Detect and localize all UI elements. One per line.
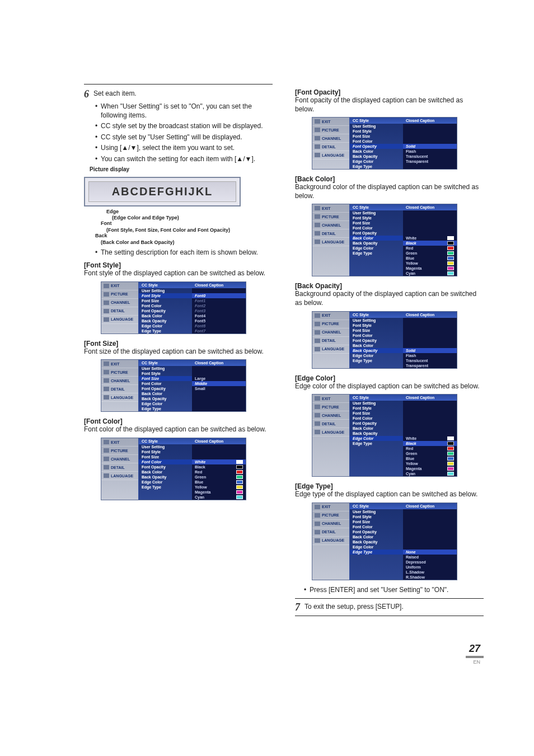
sidebar-item: DETAIL	[312, 528, 349, 537]
sidebar-icon	[104, 292, 109, 297]
sidebar-item: DETAIL	[101, 307, 138, 316]
section-title: [Back Opacity]	[295, 282, 484, 290]
sidebar-item: PICTURE	[312, 403, 349, 411]
sidebar-icon	[315, 214, 320, 219]
option-row: White	[403, 236, 457, 241]
option-row: Small	[192, 386, 246, 391]
color-swatch	[447, 447, 454, 450]
menu-row: Edge Color	[350, 246, 403, 251]
sidebar-icon	[315, 505, 320, 509]
press-enter-note: Press [ENTER] and set "User Setting" to …	[304, 586, 484, 594]
sidebar-icon	[315, 119, 320, 124]
color-swatch	[447, 246, 454, 250]
menu-row: Font Style	[139, 371, 192, 376]
option-row: Font2	[192, 303, 246, 308]
color-swatch	[236, 460, 243, 464]
sidebar-item: DETAIL	[101, 385, 138, 393]
menu-title: Closed Caption	[192, 360, 246, 366]
option-row: White	[192, 459, 246, 464]
sidebar-icon	[315, 330, 320, 335]
menu-row: Edge Type	[350, 358, 403, 363]
sidebar-icon	[104, 457, 109, 461]
menu-row: Font Style	[139, 293, 192, 298]
page-lang: EN	[0, 659, 480, 665]
bullet-item: CC style set by "User Setting" will be d…	[95, 133, 273, 142]
sidebar-icon	[315, 430, 320, 434]
sidebar-icon	[315, 405, 320, 409]
color-swatch	[447, 457, 454, 461]
sidebar-item: CHANNEL	[312, 328, 349, 337]
menu-row: Font Color	[139, 381, 192, 386]
sidebar-item: LANGUAGE	[312, 238, 349, 246]
bullet-item: Using [▲/▼], select the item you want to…	[95, 144, 273, 153]
menu-row: Font Opacity	[350, 144, 403, 149]
menu-row: Font Style	[350, 129, 403, 134]
section-title: [Font Color]	[84, 417, 273, 425]
option-row: Translucent	[403, 358, 457, 363]
menu-row: Font Size	[350, 519, 403, 524]
sidebar-icon	[315, 522, 320, 526]
option-row: Large	[192, 376, 246, 381]
step-text: To exit the setup, press [SETUP].	[305, 602, 404, 612]
page-footer: 27 EN	[0, 643, 534, 687]
color-swatch	[447, 467, 454, 471]
sidebar-icon	[315, 322, 320, 326]
color-swatch	[447, 452, 454, 456]
option-row: Magenta	[192, 490, 246, 495]
menu-row: User Setting	[139, 288, 192, 293]
sidebar-icon	[104, 309, 109, 313]
sidebar-item: EXIT	[312, 395, 349, 403]
menu-row: Back Opacity	[350, 241, 403, 246]
sidebar-item: PICTURE	[312, 213, 349, 221]
menu-header: CC Style	[350, 204, 403, 210]
menu-title: Closed Caption	[403, 312, 457, 318]
menu-row: Font Size	[139, 376, 192, 381]
sidebar-icon	[104, 448, 109, 453]
option-row: Transparent	[403, 159, 457, 164]
section-desc: Font style of the displayed caption can …	[84, 269, 273, 278]
menu-row: User Setting	[350, 210, 403, 215]
option-row: White	[403, 436, 457, 441]
color-swatch	[447, 271, 454, 275]
menu-row: Edge Type	[139, 406, 192, 411]
color-swatch	[447, 266, 454, 270]
option-row: Blue	[403, 256, 457, 261]
menu-row: Font Size	[350, 220, 403, 226]
section-desc: Font size of the displayed caption can b…	[84, 348, 273, 356]
sidebar-item: PICTURE	[101, 447, 138, 455]
sidebar-icon	[315, 396, 320, 401]
sidebar-item: EXIT	[101, 282, 138, 290]
sidebar-item: LANGUAGE	[312, 151, 349, 159]
sidebar-item: DETAIL	[312, 143, 349, 151]
sidebar-icon	[315, 413, 320, 417]
option-row: Font7	[192, 328, 246, 334]
bullet-item: CC style set by the broadcast station wi…	[95, 122, 273, 131]
menu-row: Back Opacity	[139, 396, 192, 401]
option-row: Raised	[403, 555, 457, 560]
bullet-item: When "User Setting" is set to "On", you …	[95, 102, 273, 120]
sidebar-item: EXIT	[312, 503, 349, 511]
sidebar-item: EXIT	[312, 204, 349, 213]
option-row: Black	[192, 464, 246, 469]
color-swatch	[236, 480, 243, 484]
sidebar-item: CHANNEL	[312, 134, 349, 143]
sidebar-item: CHANNEL	[101, 299, 138, 307]
menu-row: User Setting	[350, 318, 403, 323]
sidebar-icon	[104, 284, 109, 288]
sidebar-item: DETAIL	[312, 229, 349, 238]
menu-row: User Setting	[139, 366, 192, 371]
menu-header: CC Style	[350, 312, 403, 318]
menu-row: Font Opacity	[350, 529, 403, 534]
sidebar-item: LANGUAGE	[101, 472, 138, 480]
menu-row: Back Color	[139, 469, 192, 475]
sidebar-icon	[104, 378, 109, 383]
menu-row: Edge Color	[139, 480, 192, 485]
sidebar-icon	[315, 144, 320, 149]
menu-row: Font Size	[139, 298, 192, 303]
menu-row: Font Opacity	[350, 421, 403, 426]
option-row: Red	[403, 246, 457, 251]
option-row: L.Shadow	[403, 570, 457, 575]
menu-row: Font Size	[350, 411, 403, 416]
section-desc: Background opacity of the displayed capt…	[295, 290, 484, 307]
sidebar-item: CHANNEL	[312, 520, 349, 528]
